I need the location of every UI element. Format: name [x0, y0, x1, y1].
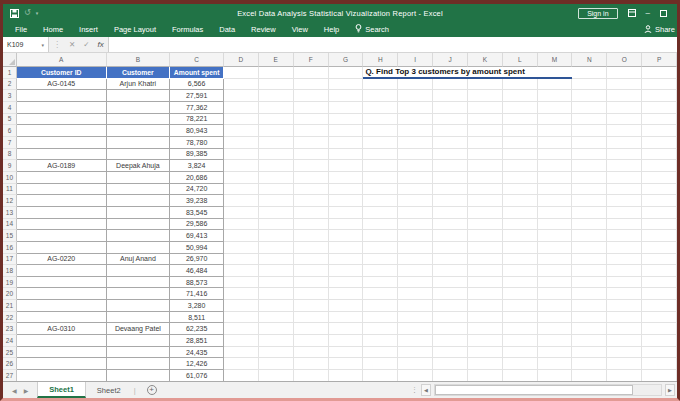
cell-G13[interactable] — [329, 207, 364, 219]
cell-N15[interactable] — [572, 230, 607, 242]
cell-H3[interactable] — [363, 90, 398, 102]
cell-B6[interactable] — [107, 125, 171, 137]
cell-C17[interactable]: 26,970 — [170, 254, 224, 266]
cell-L11[interactable] — [503, 184, 538, 196]
cell-O14[interactable] — [607, 219, 642, 231]
cell-K21[interactable] — [468, 300, 503, 312]
row-header-15[interactable]: 15 — [3, 230, 17, 242]
scroll-left-icon[interactable]: ◀ — [421, 384, 431, 396]
select-all-corner[interactable] — [3, 53, 17, 67]
cell-F11[interactable] — [294, 184, 329, 196]
cell-J11[interactable] — [433, 184, 468, 196]
cell-L18[interactable] — [503, 265, 538, 277]
cell-G4[interactable] — [329, 102, 364, 114]
cell-G6[interactable] — [329, 125, 364, 137]
cell-K16[interactable] — [468, 242, 503, 254]
cell-N14[interactable] — [572, 219, 607, 231]
cell-E23[interactable] — [259, 323, 294, 335]
cell-G11[interactable] — [329, 184, 364, 196]
cell-A25[interactable] — [17, 347, 107, 359]
cell-H2[interactable] — [363, 79, 398, 91]
cell-C20[interactable]: 71,416 — [170, 288, 224, 300]
cell-F13[interactable] — [294, 207, 329, 219]
cell-O26[interactable] — [607, 358, 642, 370]
cell-G9[interactable] — [329, 160, 364, 172]
cell-C18[interactable]: 46,484 — [170, 265, 224, 277]
cell-D1[interactable] — [224, 67, 259, 79]
cell-L12[interactable] — [503, 195, 538, 207]
cell-P12[interactable] — [642, 195, 677, 207]
cell-D10[interactable] — [224, 172, 259, 184]
cell-B23[interactable]: Devaang Patel — [107, 323, 171, 335]
cell-N1[interactable] — [572, 67, 607, 79]
row-header-10[interactable]: 10 — [3, 172, 17, 184]
cell-M23[interactable] — [538, 323, 573, 335]
column-header-L[interactable]: L — [503, 53, 538, 67]
cell-K23[interactable] — [468, 323, 503, 335]
cell-G12[interactable] — [329, 195, 364, 207]
cell-D9[interactable] — [224, 160, 259, 172]
cell-O12[interactable] — [607, 195, 642, 207]
cell-F3[interactable] — [294, 90, 329, 102]
cell-O8[interactable] — [607, 149, 642, 161]
column-header-N[interactable]: N — [572, 53, 607, 67]
cell-H17[interactable] — [363, 254, 398, 266]
cell-I26[interactable] — [398, 358, 433, 370]
cell-A23[interactable]: AG-0310 — [17, 323, 107, 335]
cell-J16[interactable] — [433, 242, 468, 254]
cell-P3[interactable] — [642, 90, 677, 102]
row-header-22[interactable]: 22 — [3, 312, 17, 324]
cell-K20[interactable] — [468, 288, 503, 300]
cell-C7[interactable]: 78,780 — [170, 137, 224, 149]
cell-K18[interactable] — [468, 265, 503, 277]
cell-O2[interactable] — [607, 79, 642, 91]
cell-K26[interactable] — [468, 358, 503, 370]
cell-G17[interactable] — [329, 254, 364, 266]
column-header-C[interactable]: C — [170, 53, 224, 67]
row-header-8[interactable]: 8 — [3, 149, 17, 161]
cell-K11[interactable] — [468, 184, 503, 196]
cell-M7[interactable] — [538, 137, 573, 149]
column-header-D[interactable]: D — [224, 53, 259, 67]
cell-H24[interactable] — [363, 335, 398, 347]
cell-C24[interactable]: 28,851 — [170, 335, 224, 347]
cell-K19[interactable] — [468, 277, 503, 289]
row-header-6[interactable]: 6 — [3, 125, 17, 137]
cell-C14[interactable]: 29,586 — [170, 219, 224, 231]
cell-P18[interactable] — [642, 265, 677, 277]
cell-E6[interactable] — [259, 125, 294, 137]
cell-L14[interactable] — [503, 219, 538, 231]
cell-F22[interactable] — [294, 312, 329, 324]
cell-F16[interactable] — [294, 242, 329, 254]
cell-B21[interactable] — [107, 300, 171, 312]
cell-D6[interactable] — [224, 125, 259, 137]
cell-F24[interactable] — [294, 335, 329, 347]
cell-K10[interactable] — [468, 172, 503, 184]
cell-I8[interactable] — [398, 149, 433, 161]
cell-N25[interactable] — [572, 347, 607, 359]
cell-K7[interactable] — [468, 137, 503, 149]
cell-D14[interactable] — [224, 219, 259, 231]
cell-P6[interactable] — [642, 125, 677, 137]
cell-E14[interactable] — [259, 219, 294, 231]
cell-B13[interactable] — [107, 207, 171, 219]
cell-I2[interactable] — [398, 79, 433, 91]
cell-E18[interactable] — [259, 265, 294, 277]
cell-J8[interactable] — [433, 149, 468, 161]
cell-H15[interactable] — [363, 230, 398, 242]
cell-N26[interactable] — [572, 358, 607, 370]
cell-E17[interactable] — [259, 254, 294, 266]
cell-C19[interactable]: 88,573 — [170, 277, 224, 289]
row-header-12[interactable]: 12 — [3, 195, 17, 207]
cell-G23[interactable] — [329, 323, 364, 335]
cell-P27[interactable] — [642, 370, 677, 381]
formula-input[interactable] — [108, 37, 677, 52]
cell-F15[interactable] — [294, 230, 329, 242]
cell-D17[interactable] — [224, 254, 259, 266]
row-header-4[interactable]: 4 — [3, 102, 17, 114]
cell-M21[interactable] — [538, 300, 573, 312]
cell-F14[interactable] — [294, 219, 329, 231]
cell-P22[interactable] — [642, 312, 677, 324]
cell-N9[interactable] — [572, 160, 607, 172]
cell-M17[interactable] — [538, 254, 573, 266]
